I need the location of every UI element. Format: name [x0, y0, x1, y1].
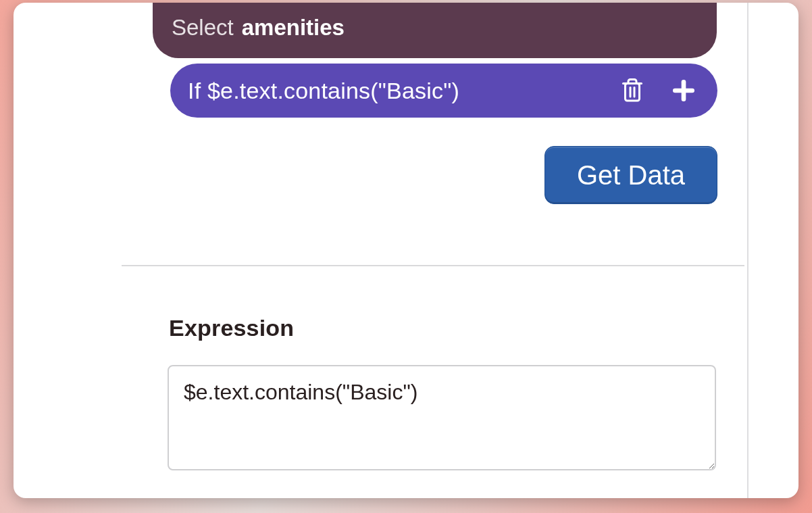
- get-data-button[interactable]: Get Data: [544, 146, 717, 204]
- add-condition-button[interactable]: [667, 74, 700, 107]
- plus-icon: [671, 78, 696, 103]
- expression-heading: Expression: [169, 315, 294, 341]
- svg-rect-0: [626, 84, 640, 101]
- condition-text: If $e.text.contains("Basic"): [188, 78, 616, 104]
- get-data-label: Get Data: [577, 160, 685, 191]
- condition-block[interactable]: If $e.text.contains("Basic"): [170, 64, 717, 118]
- section-divider: [122, 265, 744, 266]
- select-prefix: Select: [172, 15, 234, 41]
- trash-icon: [620, 77, 644, 104]
- select-block[interactable]: Select amenities: [153, 3, 717, 58]
- delete-condition-button[interactable]: [616, 74, 649, 107]
- select-target: amenities: [242, 15, 345, 41]
- vertical-divider: [747, 3, 748, 498]
- editor-panel: Select amenities If $e.text.contains("Ba…: [14, 3, 798, 498]
- expression-input[interactable]: [168, 365, 716, 470]
